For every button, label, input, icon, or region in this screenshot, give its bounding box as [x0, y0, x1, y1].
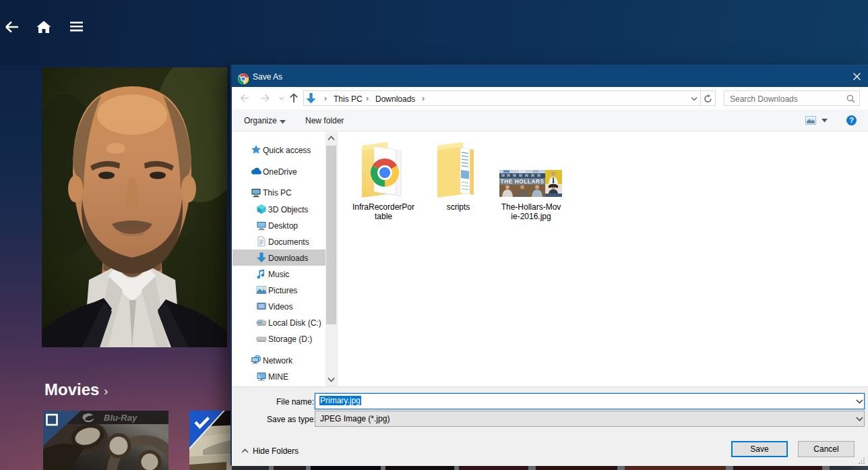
svg-text:Blu-Ray: Blu-Ray — [104, 413, 137, 423]
svg-text:THE HOLLARS: THE HOLLARS — [501, 179, 545, 185]
